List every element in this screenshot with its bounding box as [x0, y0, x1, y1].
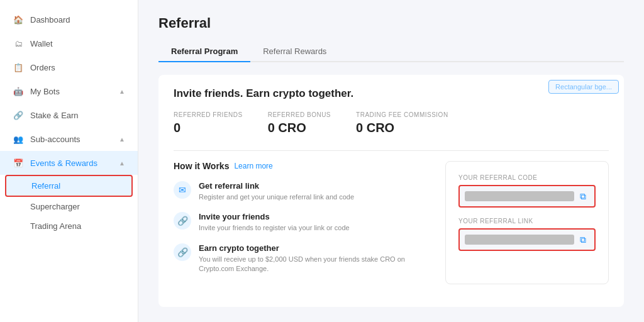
earn-crypto-icon: 🔗	[174, 243, 191, 261]
tab-rewards[interactable]: Referral Rewards	[250, 42, 339, 62]
step-get-link: ✉ Get referral link Register and get you…	[174, 181, 430, 202]
step-earn-crypto: 🔗 Earn crypto together You will receive …	[174, 243, 430, 274]
get-link-icon: ✉	[174, 181, 191, 199]
link-field: YOUR REFERRAL LINK ⧉	[458, 218, 596, 251]
sidebar-label-subaccounts: Sub-accounts	[30, 135, 80, 144]
stat-label: REFERRED BONUS	[268, 111, 331, 118]
eventsRewards-icon: 📅	[13, 157, 24, 169]
sidebar-label-dashboard: Dashboard	[30, 15, 70, 25]
tab-program[interactable]: Referral Program	[158, 42, 250, 62]
rect-badge: Rectangular bge...	[548, 80, 619, 94]
invite-friends-content: Invite your friends Invite your friends …	[199, 212, 350, 233]
earn-crypto-title: Earn crypto together	[199, 243, 430, 253]
sidebar-sub-item-referral[interactable]: Referral	[5, 175, 133, 197]
stakeEarn-icon: 🔗	[13, 109, 24, 121]
tabs: Referral ProgramReferral Rewards	[158, 42, 624, 62]
eventsRewards-arrow: ▲	[119, 160, 125, 167]
learn-more-link[interactable]: Learn more	[234, 162, 272, 170]
sidebar-item-stakeEarn[interactable]: 🔗 Stake & Earn	[0, 103, 138, 127]
main-content: Referral Referral ProgramReferral Reward…	[138, 0, 644, 322]
stat-label: TRADING FEE COMMISSION	[356, 111, 448, 118]
code-input-row[interactable]: ⧉	[458, 185, 596, 208]
step-invite-friends: 🔗 Invite your friends Invite your friend…	[174, 212, 430, 233]
sidebar: 🏠 Dashboard 🗂 Wallet 📋 Orders 🤖 My Bots …	[0, 0, 138, 322]
stat-value: 0	[174, 121, 243, 135]
earn-crypto-desc: You will receive up to $2,000 USD when y…	[199, 255, 430, 274]
code-field: YOUR REFERRAL CODE ⧉	[458, 174, 596, 208]
get-link-title: Get referral link	[199, 181, 354, 191]
subaccounts-icon: 👥	[13, 133, 24, 145]
how-title: How it Works	[174, 161, 229, 171]
how-it-works-section: How it Works Learn more ✉ Get referral l…	[174, 161, 609, 284]
sidebar-item-eventsRewards[interactable]: 📅 Events & Rewards ▲	[0, 151, 138, 175]
sidebar-label-stakeEarn: Stake & Earn	[30, 111, 79, 120]
sidebar-label-orders: Orders	[30, 63, 55, 72]
invite-friends-title: Invite your friends	[199, 212, 350, 221]
stat-trading-fee-commission: TRADING FEE COMMISSION 0 CRO	[356, 111, 448, 135]
stat-value: 0 CRO	[268, 121, 331, 135]
sidebar-sub-item-tradingArena[interactable]: Trading Arena	[0, 216, 138, 236]
invite-heading: Invite friends. Earn crypto together.	[174, 87, 609, 100]
sidebar-item-orders[interactable]: 📋 Orders	[0, 55, 138, 79]
stat-referred-bonus: REFERRED BONUS 0 CRO	[268, 111, 331, 135]
copy-link-icon[interactable]: ⧉	[577, 233, 589, 246]
mybots-icon: 🤖	[13, 86, 24, 97]
steps-container: ✉ Get referral link Register and get you…	[174, 181, 430, 274]
sidebar-label-eventsRewards: Events & Rewards	[30, 158, 97, 168]
sidebar-item-wallet[interactable]: 🗂 Wallet	[0, 31, 138, 55]
sidebar-item-mybots[interactable]: 🤖 My Bots ▲	[0, 79, 138, 103]
divider	[174, 150, 609, 151]
stats-row: REFERRED FRIENDS 0 REFERRED BONUS 0 CRO …	[174, 111, 609, 135]
link-label: YOUR REFERRAL LINK	[458, 218, 596, 225]
mybots-arrow: ▲	[119, 88, 125, 95]
how-header: How it Works Learn more	[174, 161, 430, 171]
main-inner: Rectangular bge... Invite friends. Earn …	[158, 75, 624, 307]
how-it-works-left: How it Works Learn more ✉ Get referral l…	[174, 161, 430, 284]
sidebar-item-subaccounts[interactable]: 👥 Sub-accounts ▲	[0, 127, 138, 151]
sidebar-sub-item-supercharger[interactable]: Supercharger	[0, 197, 138, 216]
invite-friends-icon: 🔗	[174, 212, 191, 230]
stat-value: 0 CRO	[356, 121, 448, 135]
orders-icon: 📋	[13, 62, 24, 73]
copy-code-icon[interactable]: ⧉	[577, 190, 589, 203]
sidebar-item-dashboard[interactable]: 🏠 Dashboard	[0, 8, 138, 31]
dashboard-icon: 🏠	[13, 14, 24, 25]
code-input-bar	[465, 191, 574, 201]
page-title: Referral	[158, 15, 624, 31]
get-link-desc: Register and get your unique referral li…	[199, 192, 354, 202]
wallet-icon: 🗂	[13, 38, 24, 49]
link-input-bar	[465, 235, 574, 245]
subaccounts-arrow: ▲	[119, 136, 125, 143]
earn-crypto-content: Earn crypto together You will receive up…	[199, 243, 430, 274]
sidebar-label-wallet: Wallet	[30, 39, 53, 48]
get-link-content: Get referral link Register and get your …	[199, 181, 354, 202]
referral-card: YOUR REFERRAL CODE ⧉ YOUR REFERRAL LINK …	[445, 161, 609, 284]
invite-friends-desc: Invite your friends to register via your…	[199, 223, 350, 233]
stat-referred-friends: REFERRED FRIENDS 0	[174, 111, 243, 135]
stat-label: REFERRED FRIENDS	[174, 111, 243, 118]
link-input-row[interactable]: ⧉	[458, 228, 596, 251]
sidebar-label-mybots: My Bots	[30, 87, 60, 96]
code-label: YOUR REFERRAL CODE	[458, 174, 596, 181]
